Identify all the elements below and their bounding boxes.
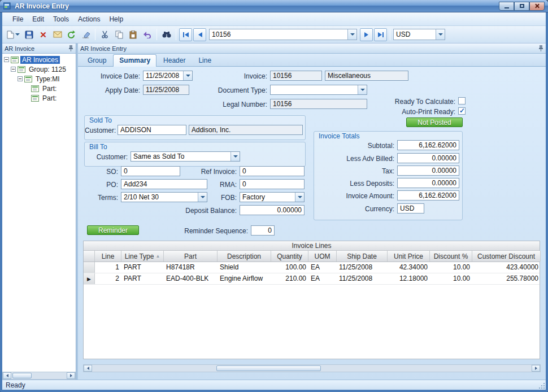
close-button[interactable] xyxy=(529,2,545,11)
header-line[interactable]: Line xyxy=(95,251,121,262)
resize-grip-icon[interactable] xyxy=(543,387,545,389)
deposit-balance-field[interactable]: 0.00000 xyxy=(240,205,305,215)
header-quantity[interactable]: Quantity xyxy=(271,251,308,262)
tree-item-label[interactable]: Group: 1125 xyxy=(27,66,68,73)
tree-item-label[interactable]: Part: xyxy=(41,94,58,102)
scroll-left-button[interactable] xyxy=(3,372,11,379)
tree-item-ar-invoices[interactable]: AR Invoices xyxy=(2,55,76,64)
cell-description[interactable]: Engine Airflow xyxy=(218,273,271,284)
header-customer-discount[interactable]: Customer Discount xyxy=(472,251,541,262)
invoice-date-combobox[interactable]: 11/25/2008 xyxy=(143,71,193,81)
next-record-button[interactable] xyxy=(360,28,373,41)
bill-to-customer-combobox[interactable]: Same as Sold To xyxy=(131,151,240,162)
cut-button[interactable] xyxy=(98,28,111,41)
tree-item-group[interactable]: Group: 1125 xyxy=(2,64,76,74)
menu-file[interactable]: File xyxy=(8,13,28,25)
record-dropdown-button[interactable] xyxy=(347,29,356,40)
tax-field[interactable]: 0.00000 xyxy=(397,165,459,176)
reminder-button[interactable]: Reminder xyxy=(87,225,139,235)
cell-quantity[interactable]: 100.00 xyxy=(271,262,308,273)
cell-part[interactable]: EAD-400-BLK xyxy=(164,273,218,284)
tree-item-label[interactable]: Type:MI xyxy=(34,75,62,83)
undo-button[interactable] xyxy=(141,28,154,41)
invoice-amount-field[interactable]: 6,162.62000 xyxy=(397,190,459,201)
minimize-button[interactable] xyxy=(499,2,514,11)
tree-item-type[interactable]: Type:MI xyxy=(2,74,76,84)
find-button[interactable] xyxy=(160,28,173,41)
new-button[interactable] xyxy=(5,28,21,41)
cell-quantity[interactable]: 210.00 xyxy=(271,273,308,284)
cell-ship-date[interactable]: 11/25/2008 xyxy=(337,273,388,284)
header-line-type[interactable]: Line Type▲ xyxy=(121,251,164,262)
paste-button[interactable] xyxy=(127,28,140,41)
tab-summary[interactable]: Summary xyxy=(113,54,156,67)
tree-item-part-2[interactable]: Part: xyxy=(2,93,76,103)
collapse-icon[interactable] xyxy=(18,76,23,81)
cell-unit-price[interactable]: 42.34000 xyxy=(388,262,430,273)
bill-to-dropdown-button[interactable] xyxy=(230,152,240,161)
previous-record-button[interactable] xyxy=(193,28,206,41)
grid-row-2[interactable]: ▶ 2 PART EAD-400-BLK Engine Airflow 210.… xyxy=(84,273,540,285)
cell-customer-discount[interactable]: 255.78000 xyxy=(472,273,541,284)
auto-print-ready-checkbox[interactable] xyxy=(458,107,466,115)
invoice-description-field[interactable]: Miscellaneous xyxy=(325,71,408,81)
cell-part[interactable]: H87418R xyxy=(164,262,218,273)
cell-line-type[interactable]: PART xyxy=(121,262,164,273)
sold-to-customer-id-field[interactable]: ADDISON xyxy=(118,125,186,135)
delete-button[interactable]: ✕ xyxy=(37,28,50,41)
menu-actions[interactable]: Actions xyxy=(73,13,105,25)
menu-edit[interactable]: Edit xyxy=(28,13,49,25)
apply-date-field[interactable]: 11/25/2008 xyxy=(143,85,189,95)
form-horizontal-scrollbar[interactable] xyxy=(83,364,541,372)
less-adv-billed-field[interactable]: 0.00000 xyxy=(397,153,459,163)
tab-line[interactable]: Line xyxy=(192,54,218,66)
invoice-date-dropdown-button[interactable] xyxy=(183,71,192,80)
cell-line[interactable]: 2 xyxy=(95,273,121,284)
pin-icon[interactable] xyxy=(538,45,543,51)
cell-customer-discount[interactable]: 423.40000 xyxy=(472,262,541,273)
current-row-indicator[interactable]: ▶ xyxy=(84,273,95,284)
scrollbar-thumb[interactable] xyxy=(216,365,321,371)
cell-uom[interactable]: EA xyxy=(308,262,337,273)
header-uom[interactable]: UOM xyxy=(308,251,337,262)
header-part[interactable]: Part xyxy=(164,251,218,262)
header-ship-date[interactable]: Ship Date xyxy=(337,251,388,262)
ready-to-calculate-checkbox[interactable] xyxy=(458,97,466,104)
currency-dropdown-button[interactable] xyxy=(436,29,445,40)
tab-header[interactable]: Header xyxy=(157,54,192,66)
cell-uom[interactable]: EA xyxy=(308,273,337,284)
cell-line-type[interactable]: PART xyxy=(121,273,164,284)
menu-tools[interactable]: Tools xyxy=(49,13,73,25)
subtotal-field[interactable]: 6,162.62000 xyxy=(397,140,459,150)
header-unit-price[interactable]: Unit Price xyxy=(388,251,430,262)
fob-combobox[interactable]: Factory xyxy=(240,192,305,202)
fob-dropdown-button[interactable] xyxy=(295,193,304,202)
tree-item-label[interactable]: AR Invoices xyxy=(20,56,60,64)
tree-item-label[interactable]: Part: xyxy=(41,85,58,93)
first-record-button[interactable] xyxy=(179,28,192,41)
last-record-button[interactable] xyxy=(374,28,387,41)
collapse-icon[interactable] xyxy=(11,67,16,72)
pin-icon[interactable] xyxy=(68,45,73,51)
document-type-combobox[interactable] xyxy=(270,85,367,95)
refresh-button[interactable] xyxy=(65,28,78,41)
sold-to-customer-name-field[interactable]: Addison, Inc. xyxy=(189,125,303,135)
reminder-sequence-field[interactable]: 0 xyxy=(251,225,275,236)
cell-unit-price[interactable]: 12.18000 xyxy=(388,273,430,284)
menu-help[interactable]: Help xyxy=(105,13,128,25)
copy-button[interactable] xyxy=(112,28,125,41)
currency-field[interactable]: USD xyxy=(397,203,424,214)
cell-discount[interactable]: 10.00 xyxy=(430,273,472,284)
currency-combobox[interactable]: USD xyxy=(393,29,445,40)
legal-number-field[interactable]: 10156 xyxy=(270,99,367,109)
so-field[interactable]: 0 xyxy=(121,166,180,176)
row-selector[interactable] xyxy=(84,262,95,273)
cell-ship-date[interactable]: 11/25/2008 xyxy=(337,262,388,273)
collapse-icon[interactable] xyxy=(4,57,9,62)
scroll-left-button[interactable] xyxy=(84,365,92,372)
cell-discount[interactable]: 10.00 xyxy=(430,262,472,273)
header-description[interactable]: Description xyxy=(218,251,271,262)
rma-field[interactable]: 0 xyxy=(240,179,305,189)
not-posted-button[interactable]: Not Posted xyxy=(406,117,463,127)
mail-button[interactable] xyxy=(51,28,64,41)
